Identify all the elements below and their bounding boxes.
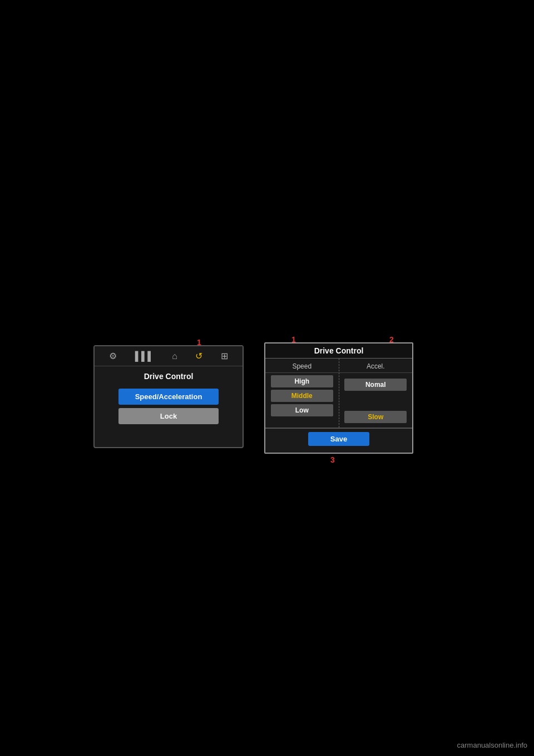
speed-low-option[interactable]: Low xyxy=(271,404,333,416)
accel-slow-option[interactable]: Slow xyxy=(344,411,407,423)
right-drive-control-panel: Drive Control Speed High Middle Low Acce… xyxy=(264,342,413,454)
speed-acceleration-button[interactable]: Speed/Acceleration xyxy=(118,389,219,405)
refresh-icon[interactable]: ↺ xyxy=(195,351,202,361)
accel-column: Accel. Nomal Slow xyxy=(339,359,413,428)
accel-normal-option[interactable]: Nomal xyxy=(344,379,407,391)
watermark: carmanualsonline.info xyxy=(457,741,527,749)
right-panel-title: Drive Control xyxy=(265,343,412,359)
signal-icon[interactable]: ▌▌▌ xyxy=(135,351,154,361)
speed-column: Speed High Middle Low xyxy=(265,359,339,428)
columns-container: Speed High Middle Low Accel. Nomal Slow xyxy=(265,359,412,428)
speed-column-header: Speed xyxy=(265,361,339,373)
speed-high-option[interactable]: High xyxy=(271,375,333,387)
left-drive-control-panel: ⚙ ▌▌▌ ⌂ ↺ ⊞ Drive Control Speed/Accelera… xyxy=(93,345,244,448)
accel-column-header: Accel. xyxy=(339,361,413,373)
annotation-1-right: 1 xyxy=(291,335,296,344)
left-panel-title: Drive Control xyxy=(95,366,243,385)
grid-icon[interactable]: ⊞ xyxy=(221,351,228,361)
annotation-1-left: 1 xyxy=(197,338,201,347)
navbar: ⚙ ▌▌▌ ⌂ ↺ ⊞ xyxy=(95,346,243,366)
lock-button[interactable]: Lock xyxy=(118,408,219,424)
page: ⚙ ▌▌▌ ⌂ ↺ ⊞ Drive Control Speed/Accelera… xyxy=(0,0,534,756)
annotation-3-right: 3 xyxy=(330,455,335,464)
settings-icon[interactable]: ⚙ xyxy=(109,351,117,361)
home-icon[interactable]: ⌂ xyxy=(172,351,177,361)
annotation-2-right: 2 xyxy=(389,335,394,344)
accel-spacer xyxy=(339,393,413,409)
save-section: Save xyxy=(265,428,412,449)
speed-middle-option[interactable]: Middle xyxy=(271,390,333,402)
accel-options-body: Nomal Slow xyxy=(339,373,413,425)
save-button[interactable]: Save xyxy=(308,432,369,446)
